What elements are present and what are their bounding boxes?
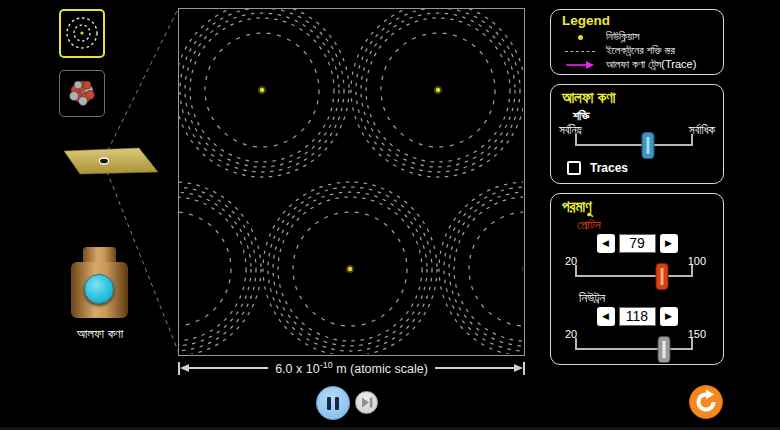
atom-lattice: [179, 9, 523, 354]
reset-all-button[interactable]: [689, 385, 723, 419]
proton-value: 79: [619, 234, 656, 253]
energy-label: শক্তি: [573, 109, 589, 123]
proton-label: প্রোটন: [577, 217, 601, 233]
gun-trigger-button[interactable]: [84, 274, 114, 304]
atom-panel-title: পরমাণু: [562, 198, 592, 216]
step-button[interactable]: [355, 391, 378, 414]
foil-beam-spot: [100, 158, 109, 164]
scale-ruler: 6.0 x 10-10 m (atomic scale): [178, 360, 525, 376]
alpha-source-gun: [71, 262, 128, 318]
alpha-particle-panel: আলফা কণা শক্তি সর্বনিম্ন সর্বাধিক Traces: [550, 84, 724, 184]
nucleus-view-icon: [62, 73, 102, 114]
atomic-viewport: [178, 8, 525, 356]
simulation-stage: আলফা কণা 6.0 x 10-10 m (atomic scale) Le…: [0, 0, 780, 430]
neutron-value: 118: [619, 307, 656, 326]
proton-decrement-button[interactable]: ◀: [597, 234, 615, 253]
scene-button-nucleus-view[interactable]: [59, 70, 105, 117]
dashed-line-icon: [565, 51, 595, 52]
nucleus-dot-icon: [578, 35, 583, 40]
neutron-increment-button[interactable]: ▶: [660, 307, 678, 326]
trace-arrow-icon: [564, 60, 596, 70]
atom-panel: পরমাণু প্রোটন ◀ 79 ▶ 20 100 নিউট্রন ◀ 11…: [550, 193, 724, 365]
gold-foil: [64, 148, 158, 174]
gun-label: আলফা কণা: [48, 326, 152, 342]
neutron-label: নিউট্রন: [579, 290, 605, 306]
energy-slider-track[interactable]: [575, 144, 693, 146]
traces-label: Traces: [590, 161, 628, 175]
pause-button[interactable]: [316, 386, 350, 420]
neutron-slider-handle[interactable]: [657, 336, 670, 363]
traces-checkbox[interactable]: [567, 161, 581, 175]
ruler-arrowhead-left: [180, 364, 189, 372]
atom-view-icon: [62, 12, 102, 55]
legend-panel: Legend নিউক্লিয়াস ইলেকট্রনের শক্তি স্তর…: [550, 9, 724, 75]
alpha-panel-title: আলফা কণা: [562, 89, 615, 107]
foil-zoom-art: [0, 0, 200, 430]
proton-slider-track[interactable]: [575, 275, 693, 277]
neutron-slider-track[interactable]: [575, 348, 693, 350]
legend-item-nucleus: নিউক্লিয়াস: [551, 30, 723, 44]
ruler-line-right: [435, 367, 514, 369]
neutron-decrement-button[interactable]: ◀: [597, 307, 615, 326]
neutron-slider: [575, 338, 693, 370]
proton-increment-button[interactable]: ▶: [660, 234, 678, 253]
proton-slider-handle[interactable]: [656, 263, 669, 290]
reset-icon: [689, 385, 723, 419]
energy-slider-handle[interactable]: [642, 132, 655, 159]
ruler-line-left: [189, 367, 268, 369]
ruler-end-bar-right: [523, 362, 525, 375]
ruler-arrowhead-right: [514, 364, 523, 372]
step-forward-icon: [360, 396, 374, 409]
neutron-spinner: ◀ 118 ▶: [551, 307, 723, 326]
scene-button-atom-view[interactable]: [59, 9, 105, 58]
ruler-label: 6.0 x 10-10 m (atomic scale): [268, 360, 435, 376]
legend-item-trace: আলফা কণা ট্রেস(Trace): [551, 58, 723, 72]
legend-item-energy-level: ইলেকট্রনের শক্তি স্তর: [551, 44, 723, 58]
proton-spinner: ◀ 79 ▶: [551, 234, 723, 253]
legend-title: Legend: [562, 13, 610, 28]
zoom-line-top: [104, 9, 178, 158]
pause-icon: [327, 397, 331, 410]
